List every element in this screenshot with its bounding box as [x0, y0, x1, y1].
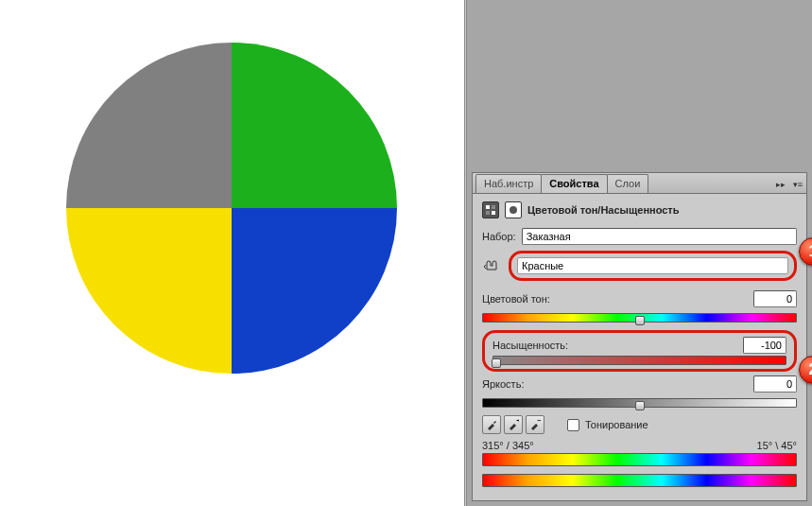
canvas-area	[0, 0, 464, 506]
range-left-value: 315° / 345°	[482, 440, 534, 451]
colorize-label: Тонирование	[585, 419, 648, 430]
svg-point-4	[510, 206, 517, 214]
tools-row: + − Тонирование	[482, 415, 797, 434]
light-label-row: Яркость:	[482, 375, 797, 393]
color-range-bottom-strip[interactable]	[482, 474, 797, 487]
range-readout: 315° / 345° 15° \ 45°	[482, 440, 797, 451]
saturation-input[interactable]	[743, 337, 786, 354]
hue-label-row: Цветовой тон:	[482, 290, 797, 307]
pie-chart	[66, 43, 397, 374]
hue-label: Цветовой тон:	[482, 293, 748, 305]
color-range-top-strip[interactable]	[482, 453, 797, 466]
flyout-icon[interactable]: ▸▸	[772, 176, 789, 193]
tab-tools[interactable]: Наб.инстр	[475, 174, 542, 193]
svg-rect-2	[486, 211, 490, 215]
panel-menu-icon[interactable]: ▾≡	[789, 176, 806, 193]
lightness-label: Яркость:	[482, 378, 748, 390]
lightness-slider-knob[interactable]	[635, 401, 645, 410]
hue-input[interactable]	[753, 290, 797, 307]
range-right-value: 15° \ 45°	[757, 440, 797, 451]
scrubby-icon[interactable]	[482, 257, 503, 274]
mask-icon[interactable]	[505, 201, 522, 218]
svg-text:+: +	[516, 419, 519, 426]
saturation-slider-track[interactable]	[492, 356, 786, 365]
channel-select[interactable]: Красные	[517, 257, 788, 274]
svg-rect-3	[492, 205, 495, 209]
svg-text:−: −	[537, 419, 541, 426]
channel-highlight: Красные	[509, 251, 797, 281]
preset-row: Набор: Заказная	[482, 228, 797, 245]
svg-rect-1	[492, 211, 495, 215]
lightness-input[interactable]	[753, 375, 797, 393]
preset-label: Набор:	[482, 231, 516, 242]
lightness-slider-track[interactable]	[482, 398, 797, 408]
tab-properties[interactable]: Свойства	[541, 174, 607, 193]
eyedropper-icon[interactable]	[482, 415, 501, 434]
saturation-slider-knob[interactable]	[492, 358, 501, 368]
eyedropper-group: + −	[482, 415, 544, 434]
svg-rect-0	[486, 205, 490, 209]
panel-header: Цветовой тон/Насыщенность	[482, 201, 797, 218]
hue-slider-track[interactable]	[482, 313, 797, 323]
channel-row: Красные	[482, 251, 797, 281]
adjustment-icon[interactable]	[482, 201, 499, 218]
eyedropper-minus-icon[interactable]: −	[526, 415, 544, 434]
preset-select[interactable]: Заказная	[522, 228, 797, 245]
side-column: Наб.инстр Свойства Слои ▸▸ ▾≡ Цветовой т…	[467, 0, 812, 506]
saturation-highlight: Насыщенность:	[482, 330, 797, 372]
sat-label-row: Насыщенность:	[492, 337, 786, 354]
eyedropper-plus-icon[interactable]: +	[504, 415, 523, 434]
tabstrip: Наб.инстр Свойства Слои ▸▸ ▾≡	[472, 172, 807, 193]
colorize-checkbox[interactable]	[567, 419, 579, 431]
panel-title: Цветовой тон/Насыщенность	[527, 204, 680, 216]
properties-panel: Цветовой тон/Насыщенность Набор: Заказна…	[472, 193, 807, 501]
hue-slider-knob[interactable]	[635, 316, 645, 325]
tab-layers[interactable]: Слои	[607, 174, 649, 193]
saturation-label: Насыщенность:	[492, 340, 737, 351]
